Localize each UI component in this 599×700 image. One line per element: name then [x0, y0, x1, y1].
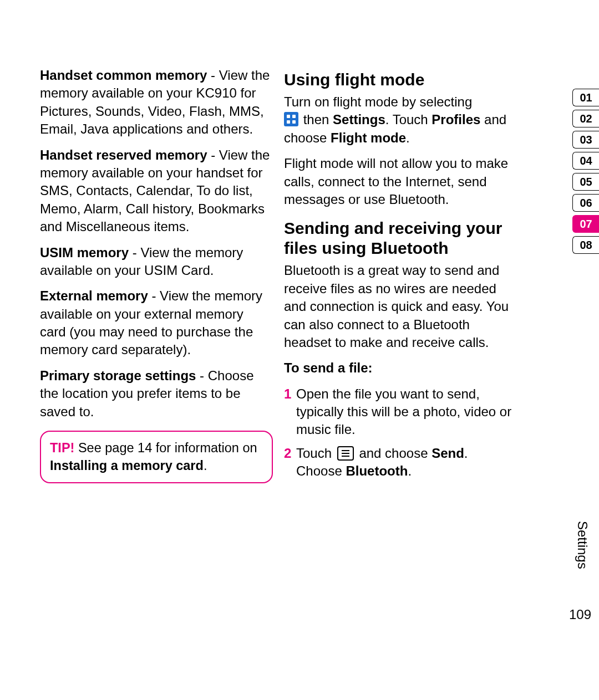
term: Handset common memory [40, 68, 207, 83]
send-label: Send [432, 446, 464, 461]
flight-mode-note: Flight mode will not allow you to make c… [284, 155, 517, 208]
step-number: 1 [284, 385, 296, 439]
bluetooth-label: Bluetooth [346, 463, 408, 478]
step-number: 2 [284, 444, 296, 481]
tip-end: . [204, 458, 207, 473]
heading-bluetooth: Sending and receiving your files using B… [284, 218, 517, 258]
tip-bold: Installing a memory card [50, 458, 204, 473]
text: . [408, 463, 412, 478]
section-tab-06[interactable]: 06 [572, 194, 599, 212]
tip-box: TIP! See page 14 for information on Inst… [40, 431, 273, 483]
apps-grid-icon [284, 112, 298, 126]
section-tab-02[interactable]: 02 [572, 110, 599, 127]
paragraph-usim-memory: USIM memory - View the memory available … [40, 244, 273, 280]
section-tab-01[interactable]: 01 [572, 89, 599, 106]
step-text: Open the file you want to send, typicall… [296, 385, 517, 439]
section-tabs: 0102030405060708 [572, 89, 599, 254]
tip-text: See page 14 for information on [74, 441, 257, 455]
paragraph-primary-storage: Primary storage settings - Choose the lo… [40, 367, 273, 421]
section-tab-05[interactable]: 05 [572, 173, 599, 191]
paragraph-handset-common: Handset common memory - View the memory … [40, 67, 273, 139]
text: . Touch [385, 112, 432, 127]
term: Primary storage settings [40, 368, 196, 383]
paragraph-handset-reserved: Handset reserved memory - View the memor… [40, 146, 273, 236]
term: Handset reserved memory [40, 147, 207, 162]
flight-mode-label: Flight mode [331, 130, 406, 145]
section-tab-03[interactable]: 03 [572, 131, 599, 149]
text: and choose [356, 446, 432, 461]
text: Turn on flight mode by selecting [284, 94, 472, 109]
to-send-heading: To send a file: [284, 359, 517, 377]
term: USIM memory [40, 245, 129, 260]
right-column: Using flight mode Turn on flight mode by… [284, 67, 517, 486]
step-1: 1 Open the file you want to send, typica… [284, 385, 517, 439]
section-tab-07[interactable]: 07 [572, 215, 599, 233]
section-side-label: Settings [575, 521, 590, 569]
page-number: 109 [569, 607, 591, 622]
step-text: Touch and choose Send. Choose Bluetooth. [296, 444, 517, 481]
paragraph-external-memory: External memory - View the memory availa… [40, 287, 273, 359]
tip-label: TIP! [50, 441, 74, 455]
heading-flight-mode: Using flight mode [284, 70, 517, 90]
flight-mode-instructions: Turn on flight mode by selecting then Se… [284, 93, 517, 147]
settings-label: Settings [333, 112, 385, 127]
text: Touch [296, 446, 336, 461]
section-tab-08[interactable]: 08 [572, 236, 599, 254]
text: then [300, 112, 333, 127]
section-tab-04[interactable]: 04 [572, 152, 599, 170]
left-column: Handset common memory - View the memory … [40, 67, 273, 486]
bluetooth-intro: Bluetooth is a great way to send and rec… [284, 262, 517, 351]
term: External memory [40, 288, 148, 303]
profiles-label: Profiles [432, 112, 480, 127]
step-2: 2 Touch and choose Send. Choose Bluetoot… [284, 444, 517, 481]
text: . [406, 130, 410, 145]
menu-icon [337, 446, 354, 461]
manual-page: Handset common memory - View the memory … [0, 0, 599, 486]
